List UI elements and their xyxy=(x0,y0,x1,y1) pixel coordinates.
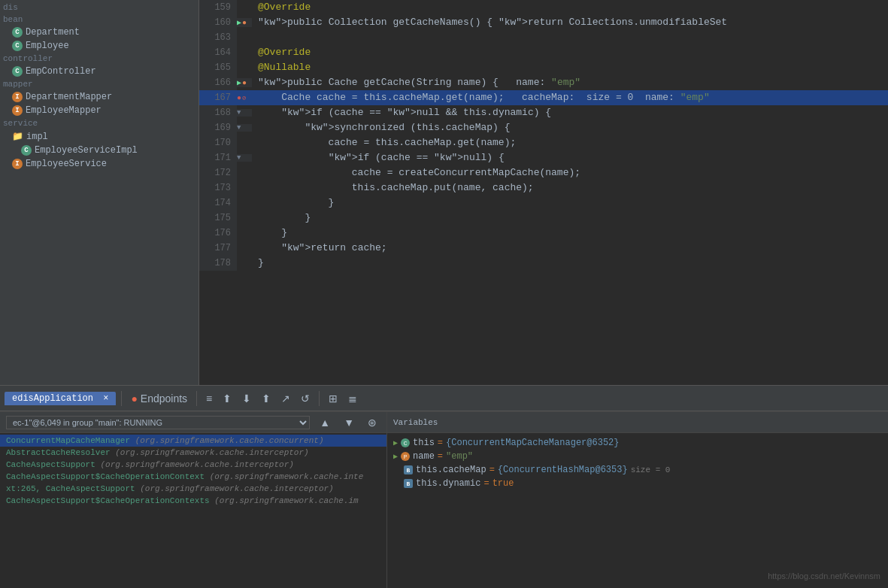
line-gutter: ▼ xyxy=(237,154,252,162)
var-value: {ConcurrentMapCacheManager@6352} xyxy=(446,438,619,448)
fold-icon: ▼ xyxy=(237,154,252,162)
code-line: 177 "kw">return cache; xyxy=(199,241,888,256)
stack-header: ec-1"@6,049 in group "main": RUNNING ▲ ▼… xyxy=(0,412,386,433)
editor-area: 159@Override160▶●"kw">public Collection … xyxy=(199,0,888,385)
sidebar-item[interactable]: C Department xyxy=(0,26,199,39)
stack-item[interactable]: AbstractCacheResolver (org.springframewo… xyxy=(0,447,386,459)
endpoints-btn[interactable]: ● Endpoints xyxy=(127,390,191,407)
line-gutter: ▼ xyxy=(237,124,252,132)
stack-class: CacheAspectSupport$CacheOperationContext… xyxy=(6,496,210,505)
stack-item[interactable]: ConcurrentMapCacheManager (org.springfra… xyxy=(0,435,386,447)
code-text: Cache cache = this.cacheMap.get(name); c… xyxy=(252,90,710,105)
step-out-btn[interactable]: ⬆ xyxy=(258,390,274,407)
line-gutter: ▶● xyxy=(237,78,252,87)
variable-row: B this.dynamic = true xyxy=(393,477,882,490)
sidebar-item[interactable]: bean xyxy=(0,14,199,26)
separator-3 xyxy=(319,391,320,406)
class-c-icon: C xyxy=(12,66,23,77)
app-tab[interactable]: edisApplication × xyxy=(5,392,116,405)
line-number: 165 xyxy=(199,60,237,75)
code-line: 160▶●"kw">public Collection getCacheName… xyxy=(199,15,888,30)
sidebar-item-label: EmployeeMapper xyxy=(26,105,102,116)
code-line: 169▼ "kw">synchronized (this.cacheMap) { xyxy=(199,120,888,135)
code-line: 166▶●"kw">public Cache getCache(String n… xyxy=(199,75,888,90)
sidebar-item[interactable]: I EmployeeService xyxy=(0,157,199,171)
thread-dropdown[interactable]: ec-1"@6,049 in group "main": RUNNING xyxy=(6,416,310,429)
code-line: 164@Override xyxy=(199,45,888,60)
var-name: this xyxy=(413,438,435,448)
tab-close[interactable]: × xyxy=(103,393,108,404)
sidebar-item[interactable]: controller xyxy=(0,53,199,65)
resume-btn[interactable]: ≡ xyxy=(202,390,216,407)
stack-filter-btn[interactable]: ⊛ xyxy=(364,414,380,431)
variable-row: ▶ P name = "emp" xyxy=(393,450,882,463)
stack-package: (org.springframework.cache.concurrent) xyxy=(135,436,324,445)
code-text: } xyxy=(252,226,287,241)
code-text: "kw">if (cache == "kw">null && this.dyna… xyxy=(252,105,551,120)
code-line: 178} xyxy=(199,256,888,271)
var-type-icon: B xyxy=(404,479,413,488)
run-to-btn[interactable]: ↗ xyxy=(277,390,294,407)
stack-class: ConcurrentMapCacheManager xyxy=(6,436,130,445)
sidebar-item[interactable]: C EmployeeServiceImpl xyxy=(0,144,199,157)
code-line: 167●⊘ Cache cache = this.cacheMap.get(na… xyxy=(199,90,888,105)
var-type-icon: B xyxy=(404,465,413,474)
stack-item[interactable]: CacheAspectSupport (org.springframework.… xyxy=(0,459,386,471)
step-into-btn[interactable]: ⬇ xyxy=(238,390,255,407)
code-line: 173 this.cacheMap.put(name, cache); xyxy=(199,180,888,195)
stack-up-btn[interactable]: ▲ xyxy=(316,414,334,431)
debug-toolbar: edisApplication × ● Endpoints ≡ ⬆ ⬇ ⬆ ↗ … xyxy=(0,385,888,411)
sidebar-item-label: EmployeeService xyxy=(26,159,107,169)
sidebar-item-label: Employee xyxy=(26,41,69,51)
sidebar-item[interactable]: C EmpController xyxy=(0,65,199,78)
stack-package: (org.springframework.cache.interceptor) xyxy=(115,448,308,457)
arrow-icon: ▶● xyxy=(237,18,252,27)
sidebar-item[interactable]: C Employee xyxy=(0,39,199,53)
stack-package: (org.springframework.cache.im xyxy=(214,496,358,505)
sidebar-item[interactable]: I DepartmentMapper xyxy=(0,90,199,104)
step-over-btn[interactable]: ⬆ xyxy=(219,390,235,407)
variables-title: Variables xyxy=(393,418,438,427)
expand-icon[interactable]: ▶ xyxy=(393,452,398,461)
stack-item[interactable]: CacheAspectSupport$CacheOperationContext… xyxy=(0,495,386,507)
stack-item[interactable]: CacheAspectSupport$CacheOperationContext… xyxy=(0,471,386,483)
sidebar-item[interactable]: service xyxy=(0,117,199,129)
sidebar-item[interactable]: dis xyxy=(0,2,199,14)
code-text: } xyxy=(252,195,334,211)
sidebar-item-label: DepartmentMapper xyxy=(26,92,112,102)
reset-btn[interactable]: ↺ xyxy=(297,390,314,407)
stack-down-btn[interactable]: ▼ xyxy=(340,414,358,431)
line-number: 163 xyxy=(199,30,237,45)
separator-1 xyxy=(121,391,122,406)
code-text: } xyxy=(252,211,311,226)
bottom-panel: ec-1"@6,049 in group "main": RUNNING ▲ ▼… xyxy=(0,411,888,588)
stack-item[interactable]: xt:265, CacheAspectSupport (org.springfr… xyxy=(0,483,386,495)
class-i-icon: I xyxy=(12,92,23,102)
grid-btn[interactable]: ⊞ xyxy=(325,390,341,407)
tab-label: edisApplication xyxy=(12,393,93,404)
sidebar-item[interactable]: I EmployeeMapper xyxy=(0,104,199,117)
sidebar-item-label: EmployeeServiceImpl xyxy=(35,145,138,156)
fold-icon: ▼ xyxy=(237,109,252,117)
sidebar-item[interactable]: 📁 impl xyxy=(0,129,199,144)
code-text: this.cacheMap.put(name, cache); xyxy=(252,180,534,195)
class-i-icon: I xyxy=(12,105,23,116)
line-number: 164 xyxy=(199,45,237,60)
folder-icon: 📁 xyxy=(12,131,23,142)
sidebar-item-label: Department xyxy=(26,27,80,38)
variables-header: Variables xyxy=(387,412,888,433)
var-equals: = xyxy=(483,478,489,489)
variables-panel: Variables ▶ C this = {ConcurrentMapCache… xyxy=(387,412,888,588)
code-text: "kw">public Collection getCacheNames() {… xyxy=(252,15,727,30)
var-name: this.cacheMap xyxy=(416,465,486,475)
class-c-icon: C xyxy=(21,145,32,156)
annotation: @Nullable xyxy=(258,62,311,73)
stack-list: ConcurrentMapCacheManager (org.springfra… xyxy=(0,433,386,588)
sidebar-item[interactable]: mapper xyxy=(0,78,199,90)
list-btn[interactable]: ≣ xyxy=(344,390,361,407)
line-number: 175 xyxy=(199,211,237,226)
code-line: 171▼ "kw">if (cache == "kw">null) { xyxy=(199,150,888,165)
endpoints-label: Endpoints xyxy=(141,393,187,405)
code-line: 165@Nullable xyxy=(199,60,888,75)
expand-icon[interactable]: ▶ xyxy=(393,438,398,447)
